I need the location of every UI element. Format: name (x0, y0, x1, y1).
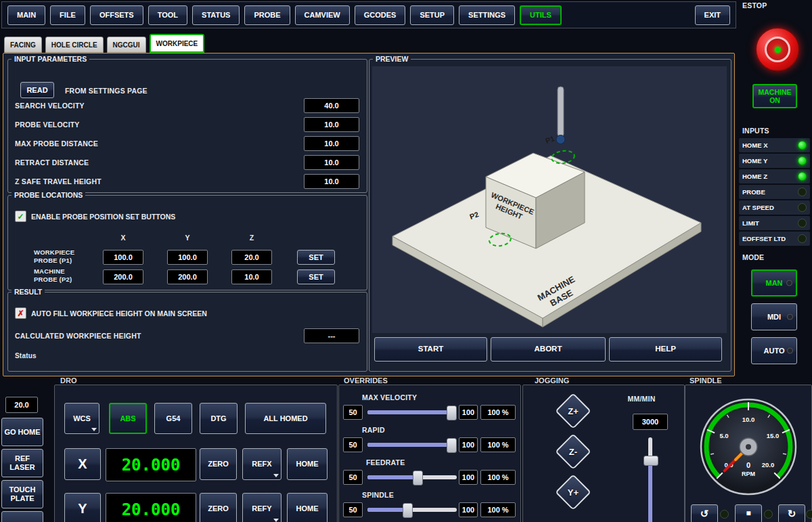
spindle-ccw-button[interactable]: ↺ (691, 504, 718, 522)
p1-y-field[interactable]: 100.0 (167, 250, 208, 265)
enable-probe-checkbox[interactable]: ✓ (15, 211, 26, 222)
input-eoffset-ltd: EOFFSET LTD (739, 232, 810, 246)
jog-rate-slider-handle[interactable] (644, 456, 658, 466)
menu-setup[interactable]: SETUP (410, 5, 454, 25)
menu-camview[interactable]: CAMVIEW (295, 5, 350, 25)
mode-auto-button[interactable]: AUTO (751, 337, 797, 364)
refx-button[interactable]: REFX (242, 448, 281, 480)
menu-status[interactable]: STATUS (192, 5, 240, 25)
search-velocity-field[interactable]: 40.0 (304, 98, 359, 113)
go-home-button[interactable]: GO HOME (1, 418, 43, 446)
column-y-header: Y (167, 234, 208, 242)
z-safe-height-field[interactable]: 10.0 (304, 174, 359, 189)
spindle-stop-button[interactable]: ■ (735, 504, 762, 522)
tab-hole-circle[interactable]: HOLE CIRCLE (45, 37, 104, 53)
refy-button[interactable]: REFY (242, 493, 281, 522)
tab-workpiece[interactable]: WORKPIECE (150, 34, 205, 53)
autofill-label: AUTO FILL WORKPIECE HEIGHT ON MAIN SCREE… (31, 309, 207, 318)
home-x-button[interactable]: HOME (287, 448, 328, 480)
spindle-pct: 100 % (480, 502, 516, 517)
refy-label: REFY (252, 504, 271, 513)
dtg-button[interactable]: DTG (200, 403, 238, 434)
autofill-checkbox[interactable]: ✗ (15, 307, 26, 319)
max-velocity-label: MAX VELOCITY (362, 393, 417, 402)
overrides-panel: MAX VELOCITY 50 100 100 % RAPID 50 100 1… (338, 385, 521, 522)
jog-z-minus-button[interactable]: Z- (555, 433, 591, 470)
p2-set-button[interactable]: SET (297, 269, 335, 284)
spindle-max: 100 (459, 502, 478, 517)
menu-main[interactable]: MAIN (7, 5, 45, 25)
wcs-button[interactable]: WCS (64, 403, 99, 434)
p1-z-field[interactable]: 20.0 (231, 250, 272, 265)
jog-rate-field[interactable]: 3000 (633, 414, 668, 430)
help-button[interactable]: HELP (609, 337, 722, 362)
p1-x-field[interactable]: 100.0 (103, 250, 143, 265)
laser-offset-field[interactable]: 20.0 (5, 397, 38, 413)
menu-file[interactable]: FILE (50, 5, 85, 25)
jog-unit-label: MM/MIN (608, 395, 675, 404)
input-home-y: HOME Y (739, 154, 810, 168)
autofill-row: ✗ AUTO FILL WORKPIECE HEIGHT ON MAIN SCR… (15, 307, 207, 319)
tab-ngcgui[interactable]: NGCGUI (107, 37, 146, 53)
zero-x-button[interactable]: ZERO (200, 448, 237, 480)
estop-button[interactable] (755, 27, 800, 72)
exit-button[interactable]: EXIT (695, 5, 730, 25)
axis-x-button[interactable]: X (64, 448, 101, 480)
max-velocity-slider-handle[interactable] (447, 406, 457, 420)
p1-set-button[interactable]: SET (297, 250, 335, 265)
jog-z-plus-label: Z+ (568, 406, 579, 416)
eoffset-led (798, 234, 807, 243)
jog-y-plus-button[interactable]: Y+ (555, 474, 591, 510)
home-z-led (798, 172, 807, 181)
tab-facing[interactable]: FACING (4, 37, 42, 53)
max-velocity-min: 50 (343, 405, 363, 420)
menu-gcodes[interactable]: GCODES (355, 5, 406, 25)
rapid-slider-handle[interactable] (447, 438, 457, 453)
p2-x-field[interactable]: 200.0 (103, 269, 143, 284)
ref-button[interactable]: REF (1, 511, 43, 522)
svg-text:10.0: 10.0 (742, 416, 755, 423)
spindle-gauge: 0.0 5.0 10.0 15.0 20.0 0 RPM (698, 396, 799, 498)
p2-y-field[interactable]: 200.0 (167, 269, 208, 284)
menu-settings[interactable]: SETTINGS (459, 5, 515, 25)
all-homed-button[interactable]: ALL HOMED (245, 403, 326, 434)
spindle-rpm-unit: RPM (742, 471, 755, 477)
rapid-slider[interactable] (367, 437, 457, 452)
spindle-slider-handle[interactable] (403, 503, 413, 518)
spindle-override-slider[interactable] (367, 502, 457, 517)
estop-center-led (775, 47, 781, 53)
probe-velocity-field[interactable]: 10.0 (304, 117, 359, 132)
dro-title: DRO (58, 376, 78, 385)
max-probe-distance-field[interactable]: 10.0 (304, 136, 359, 151)
ref-laser-button[interactable]: REF LASER (1, 449, 43, 477)
jog-z-plus-button[interactable]: Z+ (555, 393, 591, 429)
menu-tool[interactable]: TOOL (148, 5, 187, 25)
mode-mdi-button[interactable]: MDI (751, 303, 797, 330)
max-velocity-slider[interactable] (367, 405, 457, 420)
jog-rate-slider[interactable] (646, 437, 655, 522)
home-y-button[interactable]: HOME (287, 493, 328, 522)
spindle-cw-led (806, 510, 812, 519)
at-speed-led (798, 203, 807, 212)
spindle-cw-button[interactable]: ↻ (778, 504, 805, 522)
abort-button[interactable]: ABORT (491, 337, 606, 362)
menu-probe[interactable]: PROBE (244, 5, 290, 25)
read-button[interactable]: READ (20, 82, 54, 98)
g54-button[interactable]: G54 (154, 403, 192, 434)
menu-utils[interactable]: UTILS (520, 5, 562, 25)
touch-plate-button[interactable]: TOUCH PLATE (1, 480, 43, 508)
axis-y-button[interactable]: Y (64, 493, 101, 522)
feedrate-slider-handle[interactable] (413, 471, 423, 485)
home-x-led (798, 141, 807, 150)
mode-man-button[interactable]: MAN (751, 269, 797, 297)
abs-button[interactable]: ABS (109, 403, 147, 434)
p2-z-field[interactable]: 10.0 (231, 269, 272, 284)
start-button[interactable]: START (374, 337, 487, 362)
retract-distance-field[interactable]: 10.0 (304, 155, 359, 170)
feedrate-slider[interactable] (367, 470, 457, 485)
machine-on-button[interactable]: MACHINE ON (752, 84, 797, 108)
zero-y-button[interactable]: ZERO (200, 493, 237, 522)
input-parameters-title: INPUT PARAMETERS (12, 55, 89, 63)
menu-offsets[interactable]: OFFSETS (90, 5, 143, 25)
rapid-max: 100 (459, 437, 478, 452)
